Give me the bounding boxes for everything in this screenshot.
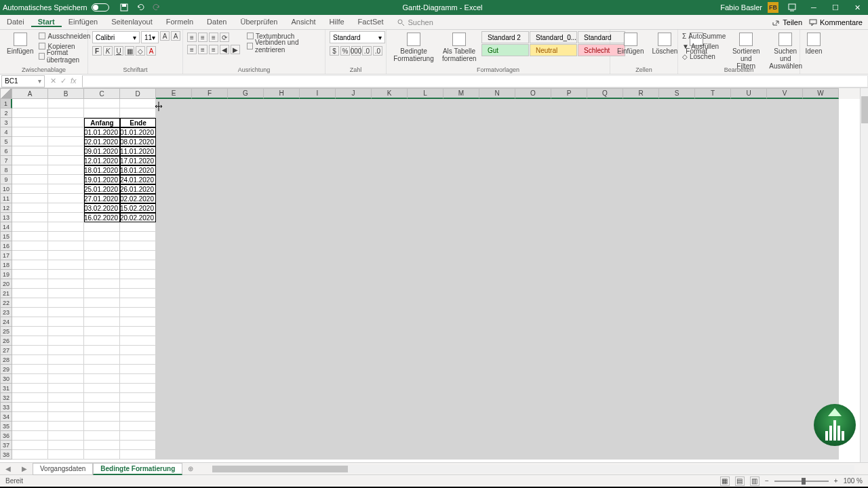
cell[interactable]: [372, 384, 408, 393]
column-header[interactable]: T: [695, 88, 731, 99]
cell[interactable]: [767, 99, 803, 108]
align-center-icon[interactable]: ≡: [198, 45, 208, 54]
cell[interactable]: [48, 289, 84, 298]
cell[interactable]: [731, 241, 767, 251]
cell[interactable]: [336, 137, 372, 146]
cell[interactable]: [84, 241, 120, 251]
cell[interactable]: [695, 260, 731, 270]
row-header[interactable]: 37: [0, 441, 12, 450]
cell[interactable]: 27.01.2020: [84, 194, 120, 203]
cell[interactable]: [731, 384, 767, 393]
cell[interactable]: [587, 450, 623, 460]
cell[interactable]: [659, 450, 695, 460]
cell[interactable]: [336, 279, 372, 289]
cell[interactable]: [659, 127, 695, 137]
cell[interactable]: [48, 241, 84, 251]
sort-filter-button[interactable]: Sortieren und Filtern: [728, 31, 764, 71]
cell[interactable]: [156, 403, 192, 412]
cell[interactable]: [228, 146, 264, 156]
cell[interactable]: [767, 194, 803, 203]
cell[interactable]: [228, 327, 264, 336]
cell[interactable]: [48, 203, 84, 213]
menu-tab-factset[interactable]: FactSet: [351, 18, 391, 26]
cell[interactable]: [300, 165, 336, 175]
cell[interactable]: [228, 137, 264, 146]
cell[interactable]: [443, 327, 479, 336]
cell[interactable]: [408, 327, 443, 336]
cell[interactable]: [695, 308, 731, 317]
cell[interactable]: [300, 175, 336, 184]
cell[interactable]: [623, 374, 659, 384]
column-header[interactable]: G: [228, 88, 264, 99]
view-pagebreak-icon[interactable]: ▥: [750, 476, 760, 486]
cell[interactable]: [192, 346, 228, 355]
cell[interactable]: [587, 232, 623, 241]
cell[interactable]: [551, 441, 587, 450]
cell[interactable]: [264, 241, 300, 251]
cell[interactable]: [587, 175, 623, 184]
cell[interactable]: [372, 346, 408, 355]
cell[interactable]: [659, 118, 695, 127]
cell[interactable]: [192, 137, 228, 146]
cell[interactable]: 24.01.2020: [120, 175, 156, 184]
cell[interactable]: [12, 194, 48, 203]
cell[interactable]: [767, 346, 803, 355]
cell[interactable]: [695, 165, 731, 175]
cell[interactable]: [587, 203, 623, 213]
cell[interactable]: [479, 222, 515, 232]
cell[interactable]: [803, 289, 839, 298]
cell[interactable]: [336, 374, 372, 384]
cell[interactable]: [228, 317, 264, 327]
cell[interactable]: [408, 393, 443, 403]
comments-button[interactable]: Kommentare: [809, 18, 863, 26]
cell[interactable]: [264, 317, 300, 327]
cell[interactable]: [623, 203, 659, 213]
cell[interactable]: [408, 336, 443, 346]
cell[interactable]: [228, 422, 264, 431]
cell[interactable]: [767, 175, 803, 184]
merge-center-button[interactable]: Verbinden und zentrieren: [247, 41, 321, 51]
cell[interactable]: [695, 355, 731, 365]
cell[interactable]: [192, 270, 228, 279]
cell[interactable]: [479, 355, 515, 365]
cell[interactable]: [731, 222, 767, 232]
cell[interactable]: [408, 175, 443, 184]
cell[interactable]: [84, 412, 120, 422]
cell[interactable]: [695, 175, 731, 184]
cell[interactable]: [695, 213, 731, 222]
cell[interactable]: [264, 431, 300, 441]
cell[interactable]: [623, 327, 659, 336]
cell[interactable]: [551, 336, 587, 346]
cell[interactable]: [695, 346, 731, 355]
cell[interactable]: [228, 431, 264, 441]
cell[interactable]: [587, 403, 623, 412]
cell[interactable]: [443, 431, 479, 441]
cell[interactable]: [587, 260, 623, 270]
cell[interactable]: [659, 137, 695, 146]
cell[interactable]: [372, 412, 408, 422]
row-header[interactable]: 2: [0, 108, 12, 118]
cell[interactable]: [731, 213, 767, 222]
cell[interactable]: [228, 346, 264, 355]
cell[interactable]: [731, 327, 767, 336]
cell[interactable]: [623, 355, 659, 365]
orientation-icon[interactable]: ⟳: [220, 33, 229, 42]
cell[interactable]: [551, 203, 587, 213]
cell[interactable]: [551, 99, 587, 108]
cell[interactable]: [803, 251, 839, 260]
column-header[interactable]: W: [803, 88, 839, 99]
cell[interactable]: [372, 393, 408, 403]
cell[interactable]: [300, 412, 336, 422]
cell[interactable]: [587, 137, 623, 146]
cell[interactable]: [623, 365, 659, 374]
cell[interactable]: [731, 260, 767, 270]
cell[interactable]: [515, 270, 551, 279]
cell[interactable]: [120, 108, 156, 118]
cell[interactable]: [156, 270, 192, 279]
zoom-slider[interactable]: [774, 481, 829, 482]
cell[interactable]: [372, 165, 408, 175]
cell[interactable]: [695, 251, 731, 260]
cell[interactable]: [443, 146, 479, 156]
row-header[interactable]: 21: [0, 289, 12, 298]
cell[interactable]: [767, 412, 803, 422]
